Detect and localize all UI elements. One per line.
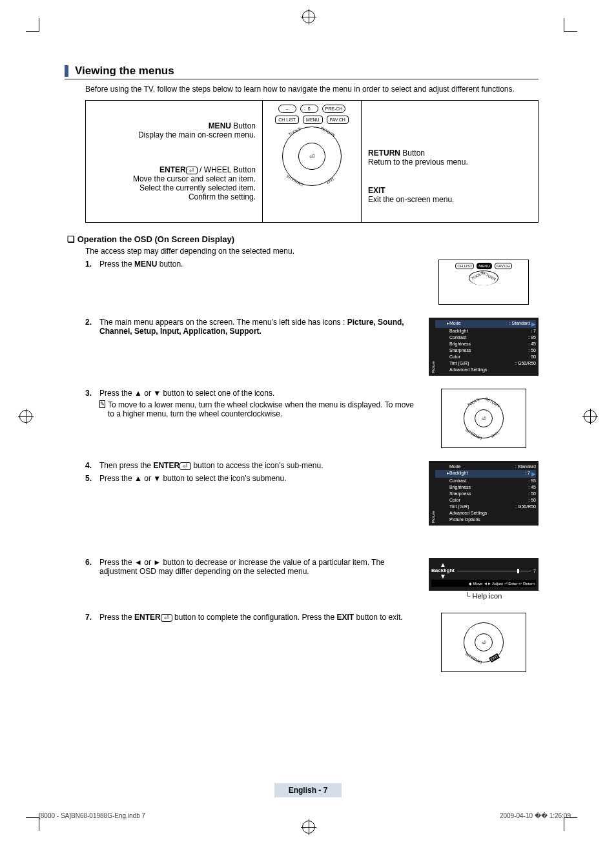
page-footer: English - 7 bbox=[0, 783, 616, 797]
section-title: Viewing the menus bbox=[65, 65, 539, 79]
osd-row: ▸ Sharpness50 bbox=[435, 491, 536, 497]
exit-button-label: EXIT bbox=[368, 186, 385, 195]
osd-screenshot-1: Picture ▸ ModeStandard▶▸ Backlight7▸ Con… bbox=[429, 318, 539, 376]
osd-row: ▸ Color50 bbox=[435, 497, 536, 504]
osd-row: ▸ Color50 bbox=[435, 354, 536, 360]
osd-row: ▸ Advanced Settings bbox=[435, 510, 536, 517]
crop-mark bbox=[26, 18, 39, 32]
osd-row: ▸ Tint (G/R)G50/R50 bbox=[435, 504, 536, 510]
remote-enter: ⏎ bbox=[298, 143, 325, 170]
step-2: 2. The main menu appears on the screen. … bbox=[85, 318, 539, 376]
subheading: Operation the OSD (On Screen Display) bbox=[67, 234, 539, 244]
step-4: 4. Then press the ENTER⏎ button to acces… bbox=[85, 461, 539, 470]
remote-menu: MENU bbox=[303, 116, 323, 124]
doc-footer: [8000 - SA]BN68-01988G-Eng.indb 7 2009-0… bbox=[39, 812, 571, 819]
slider-help: ◆ Move ◄► Adjust ⏎ Enter ↩ Return bbox=[431, 580, 536, 587]
osd-screenshot-2: Picture ▸ ModeStandard▸ Backlight7▶▸ Con… bbox=[429, 461, 539, 526]
enter-icon: ⏎ bbox=[186, 167, 198, 174]
crop-mark bbox=[564, 817, 577, 831]
remote-zero: 0 bbox=[300, 105, 318, 113]
remote-chlist: CH LIST bbox=[275, 116, 299, 124]
return-button-label: RETURN bbox=[368, 148, 400, 158]
enter-icon: ⏎ bbox=[161, 614, 172, 622]
remote-graphic: – 0 PRE-CH CH LIST MENU FAV.CH TOOLS RET… bbox=[262, 101, 362, 222]
osd-row: ▸ Sharpness50 bbox=[435, 347, 536, 354]
osd-row: ▸ Backlight7 bbox=[435, 328, 536, 334]
osd-row: ▸ Picture Options bbox=[435, 517, 536, 523]
note-icon: ✎ bbox=[99, 400, 105, 408]
step-7: 7. Press the ENTER⏎ button to complete t… bbox=[85, 613, 539, 672]
remote-minus: – bbox=[278, 105, 296, 113]
remote-prech: PRE-CH bbox=[322, 105, 346, 113]
sub-intro: The access step may differ depending on … bbox=[85, 247, 539, 256]
slider-bar bbox=[457, 571, 531, 571]
title-accent-bar bbox=[65, 65, 68, 77]
registration-mark bbox=[302, 821, 315, 834]
step-6: 6. Press the ◄ or ► button to decrease o… bbox=[85, 558, 539, 600]
osd-row: ▸ Advanced Settings bbox=[435, 367, 536, 373]
osd-row: ▸ ModeStandard bbox=[435, 464, 536, 470]
mini-remote-menu: CH LIST MENU FAV.CH TOOLS RETURN bbox=[438, 260, 529, 305]
osd-row: ▸ Backlight7▶ bbox=[435, 470, 536, 478]
intro-text: Before using the TV, follow the steps be… bbox=[85, 85, 539, 94]
mini-remote-wheel: TOOLS RETURN ⏎ INTERNET EXIT bbox=[441, 389, 526, 448]
registration-mark bbox=[584, 410, 597, 423]
enter-button-label: ENTER bbox=[159, 165, 186, 174]
remote-diagram: MENU Button Display the main on-screen m… bbox=[85, 100, 539, 223]
registration-mark bbox=[19, 410, 32, 423]
osd-row: ▸ Tint (G/R)G50/R50 bbox=[435, 360, 536, 367]
step-3: 3. Press the ▲ or ▼ button to select one… bbox=[85, 389, 539, 448]
step-1: 1. Press the MENU button. CH LIST MENU F… bbox=[85, 260, 539, 305]
osd-row: ▸ Contrast95 bbox=[435, 334, 536, 341]
registration-mark bbox=[302, 10, 315, 23]
return-button-desc: Return to the previous menu. bbox=[368, 158, 531, 167]
osd-row: ▸ Contrast95 bbox=[435, 478, 536, 484]
enter-icon: ⏎ bbox=[180, 462, 191, 470]
menu-button-label: MENU bbox=[209, 121, 231, 130]
osd-row: ▸ Brightness45 bbox=[435, 484, 536, 491]
remote-wheel: TOOLS RETURN ⏎ INTERNET EXIT bbox=[282, 127, 342, 186]
menu-button-desc: Display the main on-screen menu. bbox=[92, 130, 256, 139]
exit-button-desc: Exit the on-screen menu. bbox=[368, 195, 531, 204]
remote-favch: FAV.CH bbox=[327, 116, 349, 124]
mini-remote-exit: ⏎ INTERNET EXIT bbox=[441, 613, 526, 672]
section-title-text: Viewing the menus bbox=[75, 65, 174, 77]
crop-mark bbox=[26, 817, 39, 831]
osd-row: ▸ Brightness45 bbox=[435, 341, 536, 347]
osd-row: ▸ ModeStandard▶ bbox=[435, 320, 536, 328]
crop-mark bbox=[564, 18, 577, 32]
help-icon-caption: Help icon bbox=[429, 592, 539, 600]
osd-slider: ▲ Backlight ▼ 7 ◆ Move ◄► Adjust ⏎ Enter… bbox=[429, 558, 539, 591]
